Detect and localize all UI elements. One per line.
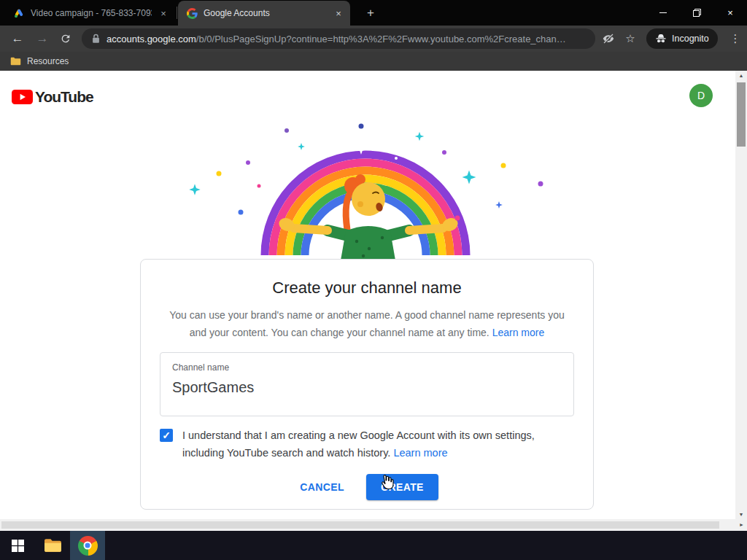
close-window-button[interactable]: ×: [713, 0, 747, 26]
restore-icon: [693, 9, 701, 17]
close-icon[interactable]: ×: [333, 7, 344, 19]
scroll-down-arrow-icon[interactable]: ▼: [735, 512, 747, 517]
forward-button[interactable]: →: [34, 30, 51, 47]
url-path: /b/0/PlusPageSignUp?continue=http%3A%2F%…: [196, 34, 566, 44]
reload-icon: [60, 33, 71, 44]
incognito-badge: Incognito: [646, 28, 718, 49]
rainbow-illustration: [177, 120, 557, 262]
chrome-icon: [78, 536, 98, 556]
learn-more-link[interactable]: Learn more: [492, 327, 545, 338]
incognito-icon: [655, 34, 667, 44]
bookmark-star-button[interactable]: ☆: [622, 30, 639, 47]
minimize-button[interactable]: [646, 0, 680, 26]
chrome-icon-hub: [84, 542, 92, 550]
minimize-icon: [659, 12, 667, 13]
cookies-blocked-eye-icon[interactable]: [600, 30, 617, 47]
incognito-label: Incognito: [672, 34, 709, 44]
horizontal-scrollbar-thumb[interactable]: [1, 521, 719, 529]
windows-taskbar: [0, 531, 747, 560]
tab-strip: Video campaign - 765-833-7093 × Google A…: [0, 0, 747, 26]
tab-title: Video campaign - 765-833-7093: [31, 8, 152, 18]
start-button[interactable]: [0, 531, 35, 560]
url-text: accounts.google.com/b/0/PlusPageSignUp?c…: [107, 34, 566, 44]
tab-divider: [177, 7, 177, 19]
scroll-up-arrow-icon[interactable]: ▲: [735, 73, 747, 78]
account-avatar[interactable]: D: [689, 84, 713, 107]
browser-window: Video campaign - 765-833-7093 × Google A…: [0, 0, 747, 560]
field-value: SportGames: [172, 379, 562, 396]
file-explorer-icon: [44, 538, 62, 553]
consent-text: I understand that I am creating a new Go…: [182, 427, 574, 462]
consent-row: ✓ I understand that I am creating a new …: [160, 427, 574, 462]
scroll-right-arrow-icon[interactable]: ►: [739, 522, 744, 527]
new-tab-button[interactable]: +: [363, 5, 379, 21]
consent-learn-more-link[interactable]: Learn more: [393, 447, 447, 459]
horizontal-scrollbar[interactable]: ►: [0, 519, 747, 531]
consent-checkbox[interactable]: ✓: [160, 429, 173, 442]
dialog-title: Create your channel name: [160, 279, 574, 298]
navigation-toolbar: ← → accounts.google.com/b/0/PlusPageSign…: [0, 26, 747, 52]
restore-button[interactable]: [680, 0, 713, 26]
youtube-logo[interactable]: YouTube: [12, 88, 93, 106]
google-g-icon: [187, 8, 198, 19]
tab-title: Google Accounts: [204, 8, 327, 18]
vertical-scrollbar[interactable]: ▲ ▼: [735, 71, 747, 519]
youtube-wordmark: YouTube: [35, 88, 93, 106]
vertical-scrollbar-thumb[interactable]: [737, 82, 746, 147]
back-button[interactable]: ←: [9, 30, 26, 47]
dialog-description: You can use your brand's name or another…: [162, 306, 572, 341]
youtube-play-icon: [12, 90, 33, 104]
close-icon[interactable]: ×: [158, 7, 169, 19]
hand-cursor: [377, 473, 395, 491]
address-bar[interactable]: accounts.google.com/b/0/PlusPageSignUp?c…: [82, 28, 595, 49]
browser-menu-button[interactable]: ⋮: [727, 30, 744, 47]
field-label: Channel name: [172, 362, 562, 373]
reload-button[interactable]: [57, 30, 74, 47]
folder-icon: [10, 57, 21, 66]
channel-name-field[interactable]: Channel name SportGames: [160, 352, 574, 416]
file-explorer-button[interactable]: [35, 531, 70, 560]
channel-name-dialog: Create your channel name You can use you…: [140, 259, 594, 510]
url-domain: accounts.google.com: [107, 34, 196, 44]
windows-logo-icon: [12, 540, 24, 552]
page-content: YouTube D: [0, 71, 747, 519]
cancel-button[interactable]: CANCEL: [295, 475, 349, 499]
window-controls: ×: [646, 0, 747, 26]
bookmark-folder-resources[interactable]: Resources: [27, 56, 69, 66]
dialog-actions: CANCEL CREATE: [160, 474, 574, 500]
tab-video-campaign[interactable]: Video campaign - 765-833-7093 ×: [4, 1, 175, 26]
lock-icon: [92, 34, 100, 44]
chrome-taskbar-button[interactable]: [70, 531, 105, 560]
google-ads-icon: [13, 7, 25, 19]
tab-google-accounts[interactable]: Google Accounts ×: [178, 1, 350, 26]
bookmarks-bar: Resources: [0, 52, 747, 71]
eye-off-icon: [602, 32, 615, 45]
consent-statement: I understand that I am creating a new Go…: [182, 429, 535, 459]
